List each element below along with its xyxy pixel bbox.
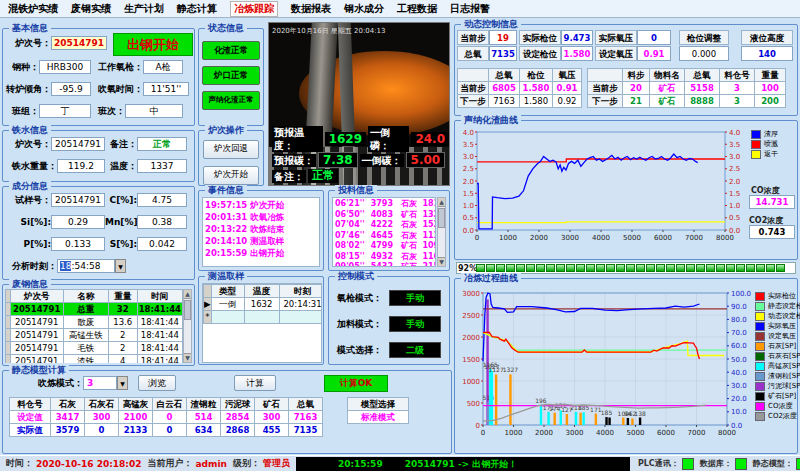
hm-remark-label: 备注： [105,138,137,151]
scrap-scrollbar[interactable]: ▲▼ [183,289,192,363]
table-row[interactable]: ▶一倒163220:14:31 [204,298,323,311]
tap-start-button[interactable]: 出钢开始 [113,33,193,56]
table-row[interactable]: 20514791高锰生铁218:41:44 [6,329,183,342]
status-button[interactable]: 声纳化渣正常 [202,91,260,110]
scroll-up-icon[interactable]: ▲ [184,290,191,299]
menu-item[interactable]: 数据报表 [291,2,331,16]
feed-cell: 07'04'' [335,220,365,231]
column-header: 污泥球 [221,398,255,411]
chevron-down-icon[interactable]: ▼ [117,376,128,390]
scroll-down-icon[interactable]: ▼ [438,257,445,266]
hm-weight-row: 铁水重量： 119.2 温度： 1337 [5,158,187,174]
menu-item[interactable]: 混铁炉实绩 [8,2,58,16]
heat-op-button[interactable]: 炉次开始 [203,166,259,185]
control-mode-value[interactable]: 二级 [389,342,441,358]
svg-text:1000: 1000 [505,429,523,437]
heat-op-button[interactable]: 炉次回退 [203,140,259,159]
cell [211,311,244,324]
cell: 634 [187,424,221,437]
cell: 1.580 [520,95,553,108]
feed-cell: 113Kg [421,231,436,242]
browse-button[interactable]: 浏览 [138,375,176,391]
menu-item[interactable]: 冶炼跟踪 [230,1,278,17]
feed-cell: 152Kg [421,220,436,231]
svg-text:40.0: 40.0 [731,369,747,377]
feed-item: 07'46''4645石灰113Kg [335,231,433,242]
column-header: 总氧 [289,398,323,411]
column-header: 名称 [63,290,108,303]
panel-process-curve: 冶炼过程曲线 300025002000150010005000100.090.0… [454,278,798,454]
progress-block [576,264,585,272]
cell: 455 [255,424,289,437]
cell: 0 [153,411,187,424]
table-row[interactable]: 20514791毛铁218:41:44 [6,342,183,355]
p-label: P[%]: [5,239,51,249]
cell: 300 [255,411,289,424]
svg-text:1.0: 1.0 [729,202,740,210]
progress-block [686,264,695,272]
table-row[interactable]: 20514791散废13.618:41:44 [6,316,183,329]
status-button[interactable]: 化渣正常 [202,41,260,60]
svg-text:1500: 1500 [462,356,480,364]
forecast-row-1: 预报温度： 1629 一倒磷： 24.0 [272,126,449,152]
status-button[interactable]: 炉口正常 [202,66,260,85]
calc-ok-button[interactable]: 计算OK [324,375,388,392]
menu-item[interactable]: 生产计划 [124,2,164,16]
row-gutter: ▶ [204,298,212,311]
set-lance-label: 设定枪位 [519,46,561,61]
menu-item[interactable]: 工程数据 [397,2,437,16]
menu-item[interactable]: 日志报警 [450,2,490,16]
progress-block [746,264,755,272]
panel-title: 动态控制信息 [461,19,521,30]
calc-button[interactable]: 计算 [234,375,276,391]
cell: 20514791 [10,316,63,329]
table-row[interactable]: 20514791总重3218:41:44 [6,303,183,316]
legend-label: 实际氧压 [768,321,796,331]
legend-swatch [755,362,765,371]
column-header: 矿石 [255,398,289,411]
scroll-thumb[interactable] [438,208,445,228]
forecast-row-2: 预报碳： 7.38 一倒碳： 5.00 [272,152,445,168]
blow-mode-dropdown[interactable]: 3 ▼ [83,376,128,390]
hm-heat-no-row: 炉次号： 20514791 备注： 正常 [5,136,187,152]
feed-cell: 109Kg [421,241,436,252]
db-label: 数据库： [700,458,732,469]
scroll-thumb[interactable] [184,300,191,320]
table-row[interactable]: * [204,311,323,324]
chevron-down-icon[interactable]: ▼ [115,259,126,273]
svg-text:1.0: 1.0 [463,202,474,210]
cell: 3579 [51,424,85,437]
legend-item: 设定氧压 [755,331,800,341]
menu-item[interactable]: 钢水成分 [344,2,384,16]
progress-block [656,264,665,272]
control-mode-value[interactable]: 手动 [389,316,441,332]
table-row[interactable]: 20514791渣铁418:41:44 [6,355,183,364]
svg-text:0.5: 0.5 [463,214,474,222]
analysis-time-dropdown[interactable]: 18:54:58 ▼ [57,259,126,273]
progress-block [766,264,775,272]
legend-swatch [755,302,765,311]
event-list: 19:57:15 炉次开始20:01:31 吹氧冶炼20:13:22 吹炼结束2… [202,197,320,267]
scroll-up-icon[interactable]: ▲ [438,198,445,207]
shift-label: 班次： [91,105,125,118]
si-value: 0.29 [51,215,105,229]
feed-cell: 08'15'' [335,252,365,263]
hm-weight-value: 119.2 [57,159,105,173]
event-item: 20:13:22 吹炼结束 [205,223,317,235]
menu-item[interactable]: 废钢实绩 [71,2,111,16]
tilt-label: 转炉倾角： [5,83,51,96]
column-header [458,69,489,82]
status-message-time: 20:15:59 [338,457,383,471]
user-label: 当前用户： [147,457,192,470]
cell: 2868 [221,424,255,437]
control-mode-value[interactable]: 手动 [389,290,441,306]
scroll-down-icon[interactable]: ▼ [184,353,191,362]
menu-item[interactable]: 静态计算 [177,2,217,16]
legend-label: CO2浓度 [768,411,797,421]
legend-label: 石灰石[SP] [768,351,800,361]
sample-label: 试样号： [5,194,51,207]
set-press-value: 0.91 [637,46,671,61]
act-lance-value: 9.473 [561,30,593,45]
feed-scrollbar[interactable]: ▲▼ [437,197,446,267]
cell: 设定值 [10,411,51,424]
